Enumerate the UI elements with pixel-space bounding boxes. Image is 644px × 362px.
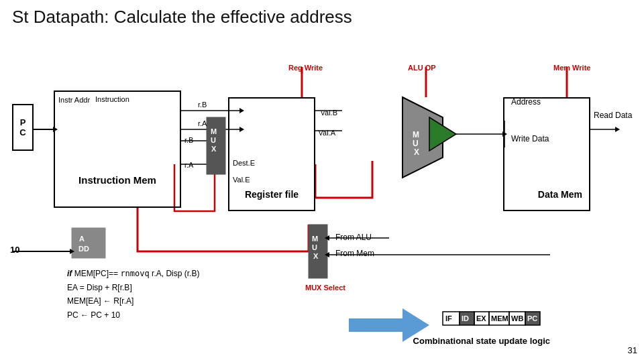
svg-marker-22 [615,127,620,132]
svg-text:EX: EX [476,314,486,322]
mux-select-label: MUX Select [305,284,345,292]
svg-rect-52 [525,312,540,325]
code-line2: EA = Disp + R[r.B] [67,281,199,294]
svg-rect-27 [309,225,327,278]
data-mem-label: Data Mem [538,189,582,200]
instr-mem-block: Instr Addr Instruction Instruction Mem [54,90,181,208]
svg-text:ID: ID [462,314,469,322]
page-title: St Datapath: Calculate the effective add… [0,0,644,27]
ten-label: 10 [10,245,19,255]
instr-mem-main-label: Instruction Mem [55,174,180,186]
svg-marker-37 [325,235,329,241]
code-text1: MEM[PC]== rnmovq r.A, Disp (r.B) [74,269,200,278]
svg-text:X: X [414,147,419,157]
instruction-label: Instruction [95,95,129,103]
alu-op-signal: ALU OP [408,64,436,72]
svg-rect-46 [474,312,489,325]
svg-text:WB: WB [511,314,523,322]
svg-rect-48 [489,312,509,325]
svg-rect-31 [72,228,105,258]
svg-text:U: U [312,243,317,251]
svg-text:M: M [413,130,419,139]
svg-text:M: M [312,235,318,243]
vale-label: Val.E [233,176,250,184]
vala-label: Val.A [319,129,335,137]
svg-rect-42 [443,312,460,325]
pc-label2: C [19,127,25,137]
svg-text:A: A [79,235,85,243]
from-mem-label: From Mem [335,249,374,258]
svg-text:X: X [313,252,319,260]
svg-marker-14 [429,117,456,151]
mem-write-signal: Mem Write [553,64,590,72]
reg-file-block: val.B Val.A Dest.E Val.E Register file [228,97,315,211]
svg-text:U: U [211,136,216,144]
svg-text:PC: PC [527,314,537,322]
code-block: if MEM[PC]== rnmovq r.A, Disp (r.B) EA =… [67,267,199,322]
instr-addr-label: Instr Addr [58,95,90,105]
svg-text:M: M [211,127,217,135]
svg-rect-23 [207,117,225,174]
combinational-label: Combinational state update logic [413,335,550,347]
reg-file-main-label: Register file [229,189,314,200]
svg-marker-35 [70,249,74,254]
svg-marker-39 [325,252,329,257]
pc-label: P [20,117,26,127]
svg-text:MEM: MEM [491,314,508,322]
code-line3: MEM[EA] ← R[r.A] [67,294,199,308]
pc-box: P C [12,104,34,151]
valb-label: val.B [321,109,337,117]
data-mem-block: Data Mem [503,97,590,211]
svg-marker-13 [402,97,443,178]
svg-rect-44 [460,312,474,325]
ra-label: r.A [198,119,207,127]
reg-write-signal: Reg Write [288,64,323,72]
code-line4: PC ← PC + 10 [67,308,199,322]
ra2-label: r.A [184,161,193,169]
rb2-label: r.B [184,136,193,144]
read-data-label: Read Data [594,111,632,121]
svg-text:IF: IF [445,314,452,322]
deste-label: Dest.E [233,159,255,167]
code-keyword: if [67,269,72,278]
svg-text:DD: DD [78,245,89,253]
svg-text:U: U [413,139,419,148]
svg-rect-50 [509,312,525,325]
from-alu-label: From ALU [335,233,372,242]
page-number: 31 [628,345,637,355]
code-line1: if MEM[PC]== rnmovq r.A, Disp (r.B) [67,267,199,280]
svg-text:X: X [211,145,217,153]
rb-label: r.B [198,101,207,109]
